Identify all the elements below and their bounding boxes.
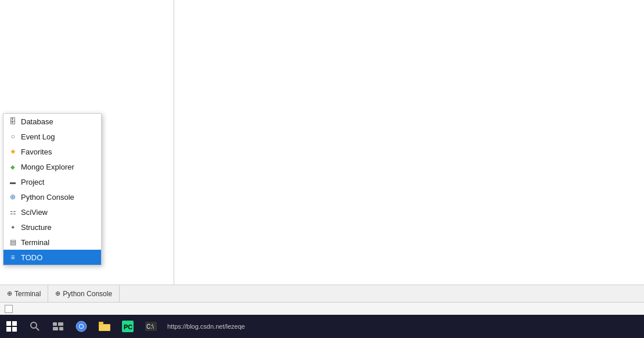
menu-label-sciview: SciView: [21, 208, 48, 217]
tab-python-console-tab[interactable]: ⊕Python Console: [48, 285, 120, 302]
chrome-icon: [75, 321, 87, 332]
taskbar-chrome[interactable]: [70, 315, 93, 338]
tab-bar: ⊕Terminal⊕Python Console: [0, 285, 644, 303]
win-square-4: [12, 327, 17, 332]
taskbar-explorer[interactable]: [93, 315, 116, 338]
menu-item-todo[interactable]: TODO: [3, 250, 101, 265]
svg-rect-5: [59, 327, 63, 330]
menu-label-project: Project: [21, 178, 44, 186]
search-icon: [30, 321, 40, 332]
menu-item-favorites[interactable]: Favorites: [3, 144, 101, 159]
svg-rect-2: [53, 322, 57, 326]
svg-rect-10: [99, 322, 103, 325]
win-square-2: [12, 321, 17, 326]
windows-taskbar: PC C:\ https://blog.csdn.net/lezeqe: [0, 315, 644, 338]
svg-rect-3: [58, 322, 63, 326]
menu-label-favorites: Favorites: [21, 148, 52, 156]
tab-terminal-tab[interactable]: ⊕Terminal: [0, 285, 48, 302]
menu-label-terminal: Terminal: [21, 238, 49, 247]
taskbar-search[interactable]: [23, 315, 46, 338]
project-icon: [8, 177, 17, 186]
svg-text:C:\: C:\: [146, 323, 154, 330]
menu-label-structure: Structure: [21, 223, 52, 232]
python-icon: [8, 192, 17, 202]
terminal-tab-label: Terminal: [15, 290, 41, 298]
menu-item-python-console[interactable]: Python Console: [3, 189, 101, 204]
todo-icon: [8, 253, 17, 262]
ide-area: DatabaseEvent LogFavoritesMongo Explorer…: [0, 0, 644, 285]
start-button[interactable]: [0, 315, 23, 338]
menu-item-sciview[interactable]: SciView: [3, 204, 101, 220]
favorites-icon: [8, 147, 17, 156]
explorer-icon: [99, 322, 110, 331]
menu-item-structure[interactable]: Structure: [3, 220, 101, 235]
mongo-icon: [8, 162, 17, 171]
eventlog-icon: [8, 132, 17, 141]
status-checkbox[interactable]: [5, 305, 13, 313]
menu-label-python-console: Python Console: [21, 193, 74, 202]
svg-rect-4: [53, 327, 58, 330]
structure-icon: [8, 222, 17, 232]
editor-area: [174, 0, 644, 285]
menu-label-mongo-explorer: Mongo Explorer: [21, 163, 74, 171]
menu-item-terminal[interactable]: Terminal: [3, 235, 101, 250]
status-url: https://blog.csdn.net/lezeqe: [167, 323, 245, 330]
svg-point-8: [80, 325, 83, 328]
database-icon: [8, 117, 17, 126]
win-square-1: [6, 321, 11, 326]
menu-item-database[interactable]: Database: [3, 114, 101, 129]
status-bar: [0, 303, 644, 315]
python-console-tab-icon: ⊕: [55, 290, 60, 297]
terminal-app-icon: C:\: [145, 322, 157, 331]
python-console-tab-label: Python Console: [63, 290, 112, 298]
menu-label-todo: TODO: [21, 253, 42, 262]
sciview-icon: [8, 207, 17, 217]
win-square-3: [6, 327, 11, 332]
terminal-icon: [8, 238, 17, 247]
menu-item-mongo-explorer[interactable]: Mongo Explorer: [3, 159, 101, 174]
menu-item-project[interactable]: Project: [3, 174, 101, 189]
svg-point-0: [31, 322, 37, 328]
svg-text:PC: PC: [124, 323, 132, 330]
context-menu: DatabaseEvent LogFavoritesMongo Explorer…: [3, 113, 102, 265]
menu-label-event-log: Event Log: [21, 132, 55, 141]
taskbar-terminal-app[interactable]: C:\: [139, 315, 163, 338]
taskbar-pycharm[interactable]: PC: [116, 315, 139, 338]
taskbar-right: https://blog.csdn.net/lezeqe: [163, 323, 250, 330]
windows-logo: [6, 321, 17, 332]
svg-rect-11: [99, 325, 110, 330]
pycharm-icon: PC: [122, 321, 134, 332]
task-view-icon: [53, 322, 63, 330]
menu-item-event-log[interactable]: Event Log: [3, 129, 101, 144]
terminal-tab-icon: ⊕: [7, 290, 12, 297]
svg-line-1: [36, 328, 39, 330]
menu-label-database: Database: [21, 117, 53, 126]
bottom-tabs-area: ⊕Terminal⊕Python Console: [0, 285, 644, 315]
taskbar-task-view[interactable]: [46, 315, 70, 338]
